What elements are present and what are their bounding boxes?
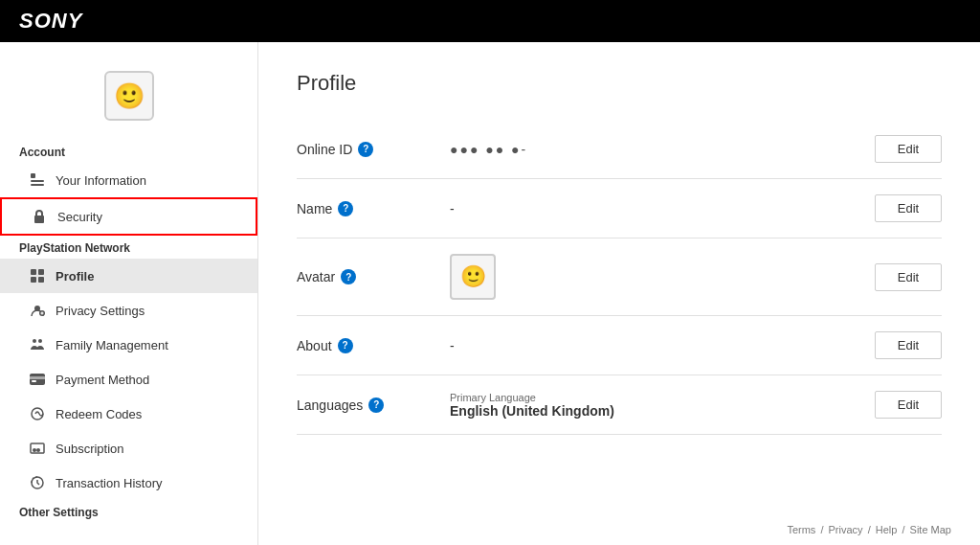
svg-rect-1 (31, 180, 44, 182)
name-label: Name ? (297, 201, 431, 216)
profile-row-about: About ? - Edit (297, 316, 942, 375)
sidebar-item-transaction-history[interactable]: Transaction History (0, 466, 257, 500)
svg-rect-16 (30, 376, 45, 379)
sidebar-item-profile[interactable]: Profile (0, 259, 257, 293)
about-help-icon[interactable]: ? (338, 338, 353, 353)
sidebar-item-your-information[interactable]: Your Information (0, 163, 257, 197)
svg-point-4 (38, 218, 41, 221)
lock-icon (31, 208, 48, 225)
languages-help-icon[interactable]: ? (368, 397, 384, 413)
svg-point-21 (36, 448, 40, 452)
online-id-value: ●●● ●● ●- (431, 142, 875, 157)
svg-rect-6 (38, 269, 44, 275)
sidebar-item-family-management[interactable]: Family Management (0, 328, 257, 362)
payment-method-label: Payment Method (56, 373, 149, 387)
other-settings-label: Other Settings (0, 500, 257, 523)
profile-label: Profile (56, 269, 94, 284)
about-label: About ? (297, 338, 431, 353)
person-icon (29, 171, 46, 189)
name-edit-button[interactable]: Edit (875, 194, 942, 222)
avatar-edit-button[interactable]: Edit (875, 263, 942, 291)
languages-label: Languages ? (297, 397, 431, 413)
transaction-history-label: Transaction History (56, 476, 163, 490)
your-information-label: Your Information (56, 173, 146, 188)
payment-icon (29, 371, 46, 388)
svg-point-18 (32, 408, 43, 420)
redeem-codes-label: Redeem Codes (56, 407, 142, 421)
family-management-label: Family Management (56, 338, 168, 352)
privacy-settings-label: Privacy Settings (56, 304, 145, 318)
avatar-image: 🙂 (450, 254, 496, 300)
about-edit-button[interactable]: Edit (875, 331, 942, 359)
about-value: - (431, 338, 875, 353)
subscription-label: Subscription (56, 442, 124, 456)
sidebar-avatar-area: 🙂 (0, 61, 257, 140)
avatar-help-icon[interactable]: ? (341, 269, 356, 284)
security-label: Security (57, 210, 102, 224)
account-section-label: Account (0, 140, 257, 163)
subscription-icon (29, 440, 46, 457)
sidebar-item-subscription[interactable]: Subscription (0, 431, 257, 466)
main-content: Profile Online ID ? ●●● ●● ●- Edit Name … (258, 42, 980, 545)
svg-point-13 (33, 339, 36, 343)
name-help-icon[interactable]: ? (338, 201, 353, 216)
redeem-icon (29, 405, 46, 422)
svg-rect-2 (31, 184, 44, 186)
topbar: SONY (0, 0, 980, 42)
svg-rect-7 (31, 277, 36, 283)
languages-edit-button[interactable]: Edit (875, 391, 942, 419)
languages-value: Primary Language English (United Kingdom… (431, 392, 875, 419)
svg-rect-0 (31, 173, 35, 178)
footer-terms-link[interactable]: Terms (787, 524, 815, 535)
sidebar-item-redeem-codes[interactable]: Redeem Codes (0, 397, 257, 431)
svg-rect-5 (31, 269, 36, 275)
footer-privacy-link[interactable]: Privacy (829, 524, 863, 535)
online-id-edit-button[interactable]: Edit (875, 135, 942, 163)
avatar-label: Avatar ? (297, 269, 431, 284)
svg-point-14 (38, 339, 42, 343)
profile-row-name: Name ? - Edit (297, 179, 942, 238)
footer-links: Terms / Privacy / Help / Site Map (787, 524, 951, 535)
primary-language-label: Primary Language (450, 392, 856, 403)
family-icon (29, 336, 46, 353)
online-id-help-icon[interactable]: ? (358, 142, 373, 157)
svg-rect-17 (32, 380, 36, 382)
privacy-icon (29, 302, 46, 319)
psn-section-label: PlayStation Network (0, 236, 257, 259)
avatar-smiley-icon: 🙂 (460, 264, 486, 289)
history-icon (29, 474, 46, 491)
profile-row-avatar: Avatar ? 🙂 Edit (297, 238, 942, 316)
sony-logo: SONY (19, 9, 82, 34)
smiley-icon: 🙂 (114, 81, 145, 111)
sidebar: 🙂 Account Your Information (0, 42, 258, 545)
sidebar-item-payment-method[interactable]: Payment Method (0, 362, 257, 397)
profile-row-languages: Languages ? Primary Language English (Un… (297, 375, 942, 435)
name-value: - (431, 201, 875, 216)
svg-point-20 (33, 448, 36, 452)
profile-row-online-id: Online ID ? ●●● ●● ●- Edit (297, 120, 942, 179)
svg-rect-8 (38, 277, 44, 283)
online-id-label: Online ID ? (297, 142, 431, 157)
footer-help-link[interactable]: Help (876, 524, 898, 535)
profile-icon (29, 267, 46, 284)
sidebar-item-privacy-settings[interactable]: Privacy Settings (0, 293, 257, 328)
footer-sitemap-link[interactable]: Site Map (910, 524, 951, 535)
language-value: English (United Kingdom) (450, 403, 614, 419)
sidebar-item-security[interactable]: Security (0, 197, 257, 236)
sidebar-avatar: 🙂 (104, 71, 154, 121)
page-title: Profile (297, 71, 942, 96)
avatar-value: 🙂 (431, 254, 875, 300)
